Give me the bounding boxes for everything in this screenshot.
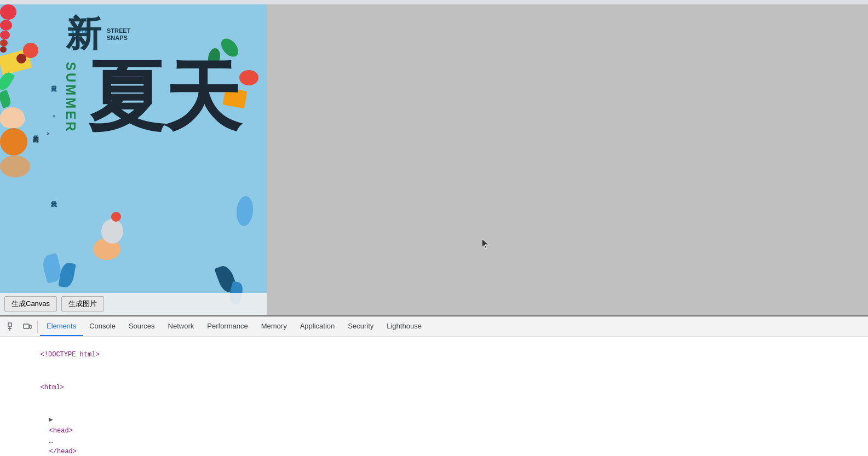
deco-tomato3 bbox=[0, 31, 10, 39]
generate-canvas-button[interactable]: 生成Canvas bbox=[4, 296, 57, 311]
generate-image-button[interactable]: 生成图片 bbox=[61, 296, 104, 311]
inspect-element-button[interactable] bbox=[4, 319, 20, 334]
poster-xin: 新 bbox=[66, 10, 101, 58]
tab-network[interactable]: Network bbox=[162, 317, 201, 336]
device-toolbar-button[interactable] bbox=[20, 319, 35, 334]
devtools-tabs: Elements Console Sources Network Perform… bbox=[40, 317, 428, 336]
tab-elements[interactable]: Elements bbox=[40, 317, 83, 336]
poster-street: STREET SNAPS bbox=[107, 27, 130, 42]
cursor-indicator bbox=[482, 239, 491, 252]
deco-tomato1 bbox=[0, 4, 16, 20]
browser-top-bar bbox=[0, 0, 868, 4]
tab-application[interactable]: Application bbox=[294, 317, 342, 336]
poster-discount: × 全场 五折起 bbox=[30, 130, 54, 137]
deco-orange1 bbox=[0, 128, 27, 155]
tab-performance[interactable]: Performance bbox=[200, 317, 254, 336]
poster-cross1: × bbox=[48, 113, 59, 119]
content-row: STREET SNAPS NEW 新 夏天 SUMMER 夏天日记 × bbox=[0, 4, 868, 315]
tab-security[interactable]: Security bbox=[341, 317, 380, 336]
code-line-head[interactable]: ▶ <head> … </head> bbox=[0, 404, 868, 456]
tab-memory[interactable]: Memory bbox=[255, 317, 294, 336]
deco-cake1 bbox=[0, 107, 25, 128]
deco-berry1 bbox=[0, 39, 8, 47]
deco-tomato2 bbox=[0, 20, 12, 31]
preview-buttons-row: 生成Canvas 生成图片 bbox=[0, 293, 267, 315]
devtools-code-content: <!DOCTYPE html> <html> ▶ <head> … </head… bbox=[0, 337, 868, 456]
tab-lighthouse[interactable]: Lighthouse bbox=[380, 317, 428, 336]
gray-content-area bbox=[267, 4, 868, 315]
devtools-panel: Elements Console Sources Network Perform… bbox=[0, 316, 868, 456]
poster-summer-en: SUMMER bbox=[63, 62, 78, 134]
code-line-doctype[interactable]: <!DOCTYPE html> bbox=[0, 339, 868, 372]
svg-rect-4 bbox=[30, 325, 31, 328]
deco-leaf2 bbox=[0, 90, 13, 108]
deco-roll1 bbox=[0, 155, 30, 177]
svg-rect-0 bbox=[8, 323, 12, 326]
deco-plant2 bbox=[58, 262, 76, 288]
poster-summer-cn: 夏天 bbox=[88, 59, 241, 136]
deco-cupcake-top bbox=[101, 219, 123, 244]
svg-rect-3 bbox=[24, 324, 29, 328]
tab-console[interactable]: Console bbox=[83, 317, 122, 336]
tab-sources[interactable]: Sources bbox=[122, 317, 162, 336]
deco-cherry bbox=[111, 212, 121, 222]
deco-plant5 bbox=[235, 195, 255, 227]
page-wrapper: STREET SNAPS NEW 新 夏天 SUMMER 夏天日记 × bbox=[0, 0, 868, 456]
webpage-preview: STREET SNAPS NEW 新 夏天 SUMMER 夏天日记 × bbox=[0, 4, 267, 315]
deco-berry2 bbox=[0, 47, 7, 53]
deco-berry3 bbox=[16, 54, 26, 64]
devtools-toolbar: Elements Console Sources Network Perform… bbox=[0, 317, 868, 337]
code-line-html[interactable]: <html> bbox=[0, 372, 868, 405]
deco-strawberry1 bbox=[239, 70, 258, 85]
toolbar-separator bbox=[37, 321, 38, 333]
